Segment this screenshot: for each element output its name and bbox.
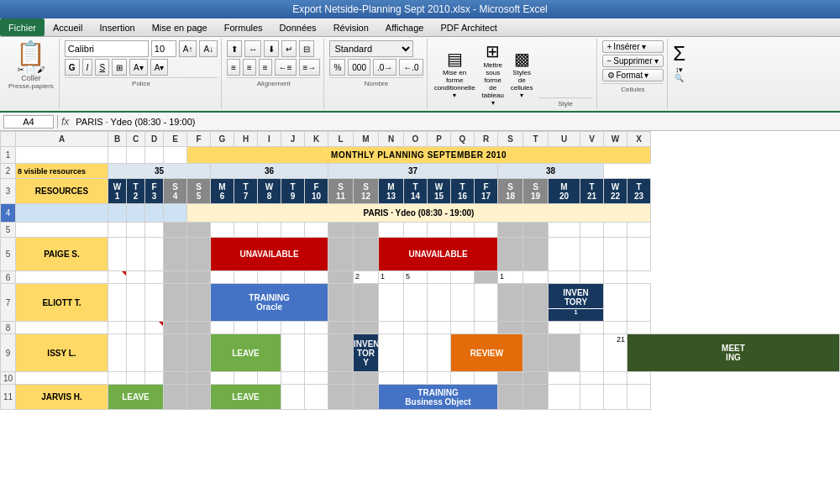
cell-reference-input[interactable] (3, 115, 54, 129)
col-header-t[interactable]: T (523, 132, 549, 147)
eliott-inventory: INVENTORY1 (549, 284, 604, 322)
increase-decimal-button[interactable]: .0→ (373, 59, 396, 76)
day-m20: M20 (549, 179, 580, 204)
col-header-r[interactable]: R (475, 132, 498, 147)
col-header-b[interactable]: B (108, 132, 127, 147)
col-header-s[interactable]: S (498, 132, 523, 147)
bold-button[interactable]: G (65, 59, 80, 76)
font-size-input[interactable] (151, 40, 176, 57)
indent-decrease-button[interactable]: ←≡ (275, 59, 297, 76)
row-num-jarvis: 11 (1, 385, 16, 410)
menu-fichier[interactable]: Fichier (0, 18, 45, 36)
cell-styles-button[interactable]: ▩ Styles decellules ▾ (509, 47, 535, 101)
number-format-select[interactable]: Standard Nombre Monétaire Date (329, 40, 413, 57)
col-header-a[interactable]: A (16, 132, 108, 147)
align-middle-button[interactable]: ↔ (244, 40, 261, 57)
border-button[interactable]: ⊞ (112, 59, 127, 76)
r4-c[interactable] (127, 204, 145, 223)
row-2: 2 8 visible resources 35 36 37 38 (1, 164, 840, 179)
r1-d[interactable] (145, 147, 164, 164)
italic-button[interactable]: I (82, 59, 93, 76)
row-num-2: 2 (1, 164, 16, 179)
alignment-section: ⬆ ↔ ⬇ ↵ ⊟ ≡ ≡ ≡ ←≡ ≡→ Alignement (223, 39, 324, 109)
day-f10: F10 (305, 179, 328, 204)
font-shrink-button[interactable]: A↓ (199, 40, 218, 57)
r4-d[interactable] (145, 204, 164, 223)
day-s18: S18 (498, 179, 523, 204)
underline-button[interactable]: S (95, 59, 109, 76)
col-header-p[interactable]: P (428, 132, 451, 147)
r1-c[interactable] (127, 147, 145, 164)
percent-button[interactable]: % (329, 59, 345, 76)
row-issy: 9 ISSY L. LEAVE INVENTORY REVIEW (1, 334, 840, 372)
col-header-n[interactable]: N (379, 132, 404, 147)
menu-donnees[interactable]: Données (271, 18, 325, 36)
col-header-c[interactable]: C (127, 132, 145, 147)
align-left-button[interactable]: ≡ (227, 59, 240, 76)
format-painter-icon[interactable]: 🖌 (37, 66, 45, 74)
format-button[interactable]: ⚙ Format ▾ (602, 69, 664, 81)
find-button[interactable]: 🔍 (675, 74, 684, 82)
r1-a[interactable] (16, 147, 108, 164)
cellules-label: Cellules (602, 83, 664, 93)
font-color-button[interactable]: A▾ (150, 59, 169, 76)
decrease-decimal-button[interactable]: ←.0 (399, 59, 423, 76)
paste-icon[interactable]: 📋 (16, 42, 45, 66)
wrap-text-button[interactable]: ↵ (281, 40, 297, 57)
align-center-button[interactable]: ≡ (243, 59, 256, 76)
conditional-format-button[interactable]: ▤ Mise en formeconditionnelle ▾ (433, 47, 477, 101)
font-grow-button[interactable]: A↑ (179, 40, 197, 57)
col-header-k[interactable]: K (305, 132, 328, 147)
day-w22: W22 (604, 179, 627, 204)
style-section: ▤ Mise en formeconditionnelle ▾ ⊞ Mettre… (429, 39, 597, 109)
col-header-w[interactable]: W (604, 132, 627, 147)
menu-insertion[interactable]: Insertion (91, 18, 143, 36)
menu-pdf-architect[interactable]: PDF Architect (432, 18, 505, 36)
jarvis-leave-1: LEAVE (108, 385, 164, 410)
formula-input[interactable] (72, 117, 837, 127)
merge-button[interactable]: ⊟ (299, 40, 314, 57)
r1-e[interactable] (164, 147, 187, 164)
col-header-o[interactable]: O (404, 132, 428, 147)
menu-revision[interactable]: Révision (325, 18, 377, 36)
align-bottom-button[interactable]: ⬇ (264, 40, 279, 57)
fill-color-button[interactable]: A▾ (129, 59, 148, 76)
col-header-g[interactable]: G (211, 132, 234, 147)
col-header-m[interactable]: M (354, 132, 379, 147)
align-right-button[interactable]: ≡ (259, 59, 272, 76)
sort-filter-button[interactable]: ↕▾ (675, 66, 684, 74)
issy-num21[interactable]: 21 (604, 334, 627, 372)
col-header-j[interactable]: J (281, 132, 305, 147)
thousands-button[interactable]: 000 (348, 59, 370, 76)
col-header-u[interactable]: U (549, 132, 580, 147)
col-header-x[interactable]: X (627, 132, 651, 147)
indent-increase-button[interactable]: ≡→ (299, 59, 321, 76)
menu-formules[interactable]: Formules (216, 18, 271, 36)
table-format-button[interactable]: ⊞ Mettre sous formede tableau ▾ (480, 39, 506, 108)
align-top-button[interactable]: ⬆ (227, 40, 242, 57)
corner-header (1, 132, 16, 147)
row-num-8: 8 (1, 322, 16, 334)
col-header-d[interactable]: D (145, 132, 164, 147)
jarvis-name: JARVIS H. (16, 385, 108, 410)
col-header-l[interactable]: L (328, 132, 354, 147)
menu-mise-en-page[interactable]: Mise en page (144, 18, 216, 36)
col-header-h[interactable]: H (234, 132, 258, 147)
menu-affichage[interactable]: Affichage (377, 18, 433, 36)
col-header-i[interactable]: I (258, 132, 281, 147)
r4-b[interactable] (108, 204, 127, 223)
col-header-e[interactable]: E (164, 132, 187, 147)
sigma-button[interactable]: Σ (673, 42, 685, 66)
r4-e[interactable] (164, 204, 187, 223)
r1-b[interactable] (108, 147, 127, 164)
col-header-v[interactable]: V (580, 132, 604, 147)
cut-icon[interactable]: ✂ (18, 66, 24, 74)
menu-accueil[interactable]: Accueil (45, 18, 91, 36)
col-header-f[interactable]: F (187, 132, 211, 147)
font-name-input[interactable] (65, 40, 149, 57)
col-header-q[interactable]: Q (451, 132, 475, 147)
insert-button[interactable]: + Insérer ▾ (602, 40, 664, 53)
copy-icon[interactable]: 📄 (26, 66, 35, 74)
delete-button[interactable]: − Supprimer ▾ (602, 55, 664, 67)
r4-a[interactable] (16, 204, 108, 223)
